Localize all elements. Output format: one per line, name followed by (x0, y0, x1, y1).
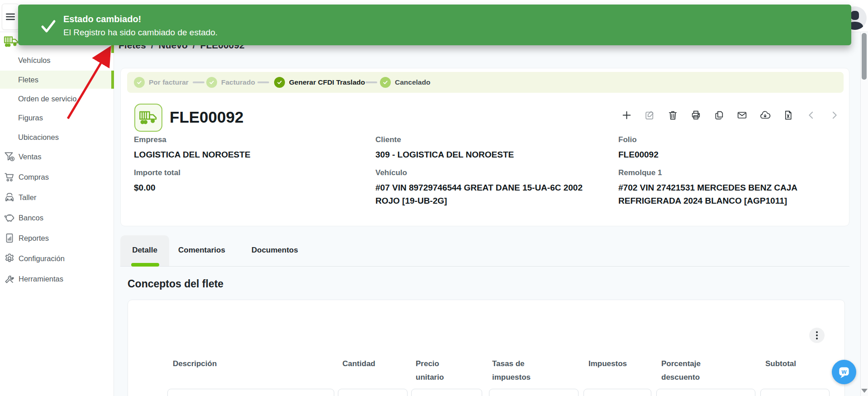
edit-button[interactable] (644, 109, 655, 121)
sidebar-item-orden-de-servicio[interactable]: Orden de servicio (0, 90, 114, 108)
column-header-precio-unitario: Precio unitario (416, 357, 452, 384)
chat-widget-button[interactable]: w (832, 360, 856, 384)
previous-record-button[interactable] (805, 109, 817, 121)
sidebar-item-compras[interactable]: Compras (0, 168, 114, 186)
print-button[interactable] (690, 109, 702, 121)
sidebar-toggle-button[interactable] (2, 4, 19, 30)
section-title: Conceptos del flete (128, 278, 223, 290)
chat-bubble-icon: w (836, 364, 852, 380)
sidebar-item-fletes[interactable]: Fletes (0, 71, 114, 89)
step-generar-cfdi-traslado[interactable]: Generar CFDI Traslado (274, 72, 365, 93)
step-connector (257, 81, 269, 83)
report-doc-icon (4, 232, 15, 244)
sidebar-item-label: Orden de servicio (0, 95, 76, 103)
record-card: Por facturar Facturado Generar CFDI Tras… (120, 68, 849, 226)
field-label: Vehículo (375, 168, 602, 177)
tab-detalle[interactable]: Detalle (120, 235, 169, 266)
sidebar-item-label: Fletes (0, 76, 38, 84)
sidebar-item-vehiculos[interactable]: Vehículos (0, 51, 114, 69)
concepts-card: Descripción Cantidad Precio unitario Tas… (128, 300, 845, 396)
column-header-porcentaje-descuento: Porcentaje descuento (661, 357, 713, 384)
next-record-button[interactable] (828, 109, 840, 121)
step-label: Facturado (221, 78, 255, 86)
sidebar-item-label: Taller (15, 193, 36, 202)
step-connector (365, 81, 377, 83)
kebab-icon (816, 331, 818, 333)
scrollbar-down-arrow[interactable] (861, 389, 868, 396)
sidebar-item-herramientas[interactable]: Herramientas (0, 270, 114, 288)
field-column-3: Folio FLE00092 Remolque 1 #702 VIN 27421… (618, 135, 831, 215)
tab-comentarios[interactable]: Comentarios (178, 246, 225, 255)
car-wrench-icon (4, 191, 15, 203)
field-value: #07 VIN 89729746544 GREAT DANE 15-UA-6C … (375, 181, 602, 207)
sidebar-item-taller[interactable]: Taller (0, 188, 114, 206)
email-button[interactable] (736, 109, 748, 121)
sidebar-item-ventas[interactable]: Ventas (0, 148, 114, 166)
app-window: Vehículos Fletes Orden de servicio Figur… (0, 0, 868, 396)
sidebar-item-reportes[interactable]: Reportes (0, 229, 114, 247)
column-header-subtotal: Subtotal (765, 357, 811, 371)
svg-text:w: w (841, 368, 847, 375)
step-por-facturar[interactable]: Por facturar (134, 72, 189, 93)
scrollbar-track[interactable] (860, 32, 868, 396)
step-facturado[interactable]: Facturado (206, 72, 255, 93)
add-button[interactable] (621, 109, 632, 121)
check-circle-icon (134, 77, 145, 88)
field-value: $0.00 (134, 181, 360, 194)
field-folio: Folio FLE00092 (618, 135, 831, 161)
sidebar-item-figuras[interactable]: Figuras (0, 109, 114, 127)
record-toolbar (621, 109, 840, 121)
sidebar-item-label: Configuración (15, 254, 65, 263)
row-options-button[interactable] (809, 328, 825, 343)
field-value: LOGISTICA DEL NOROESTE (134, 148, 360, 161)
tab-documentos[interactable]: Documentos (251, 246, 298, 255)
cantidad-input[interactable] (338, 389, 408, 396)
porcentaje-descuento-input[interactable] (656, 389, 755, 396)
tabs-divider (120, 266, 849, 267)
field-label: Empresa (134, 135, 360, 144)
field-column-2: Cliente 309 - LOGISTICA DEL NOROESTE Veh… (375, 135, 602, 215)
sidebar-item-label: Bancos (15, 214, 43, 222)
cart-icon (4, 171, 15, 183)
descripcion-input[interactable] (167, 389, 334, 396)
field-value: #702 VIN 27421531 MERCEDES BENZ CAJA REF… (618, 181, 831, 207)
active-menu-indicator (111, 71, 114, 89)
tools-icon (4, 273, 15, 285)
sidebar-item-configuracion[interactable]: Configuración (0, 249, 114, 267)
success-toast[interactable]: Estado cambiado! El Registro ha sido cam… (18, 5, 851, 45)
sidebar-item-label: Compras (15, 173, 49, 181)
field-label: Folio (618, 135, 831, 144)
subtotal-input[interactable] (760, 389, 830, 396)
toast-message: El Registro ha sido cambiado de estado. (63, 28, 218, 38)
precio-unitario-input[interactable] (411, 389, 482, 396)
sidebar-item-label: Ventas (15, 153, 41, 161)
field-importe-total: Importe total $0.00 (134, 168, 360, 194)
check-circle-icon (274, 77, 285, 88)
kebab-icon (816, 338, 818, 339)
check-circle-icon (380, 77, 391, 88)
impuestos-input[interactable] (583, 389, 651, 396)
copy-button[interactable] (713, 109, 725, 121)
sidebar-item-label: Figuras (0, 114, 43, 122)
field-column-1: Empresa LOGISTICA DEL NOROESTE Importe t… (134, 135, 360, 201)
delete-button[interactable] (667, 109, 678, 121)
record-type-badge (134, 104, 162, 132)
record-title: FLE00092 (170, 108, 243, 126)
sidebar-item-bancos[interactable]: Bancos (0, 209, 114, 227)
step-cancelado[interactable]: Cancelado (380, 72, 430, 93)
sidebar-item-label: Vehículos (0, 56, 51, 65)
scrollbar-thumb[interactable] (862, 33, 867, 80)
column-header-descripcion: Descripción (173, 357, 232, 371)
tasas-impuestos-input[interactable] (489, 389, 579, 396)
cloud-download-button[interactable] (759, 109, 771, 121)
sidebar: Vehículos Fletes Orden de servicio Figur… (0, 32, 114, 396)
sidebar-item-ubicaciones[interactable]: Ubicaciones (0, 128, 114, 146)
sidebar-item-label: Ubicaciones (0, 133, 59, 142)
piggy-bank-icon (4, 212, 15, 224)
status-stepper: Por facturar Facturado Generar CFDI Tras… (127, 72, 844, 93)
check-icon (41, 19, 56, 33)
check-circle-icon (206, 77, 217, 88)
excel-export-button[interactable] (782, 109, 794, 121)
hamburger-icon (5, 11, 16, 23)
column-header-cantidad: Cantidad (342, 357, 383, 371)
